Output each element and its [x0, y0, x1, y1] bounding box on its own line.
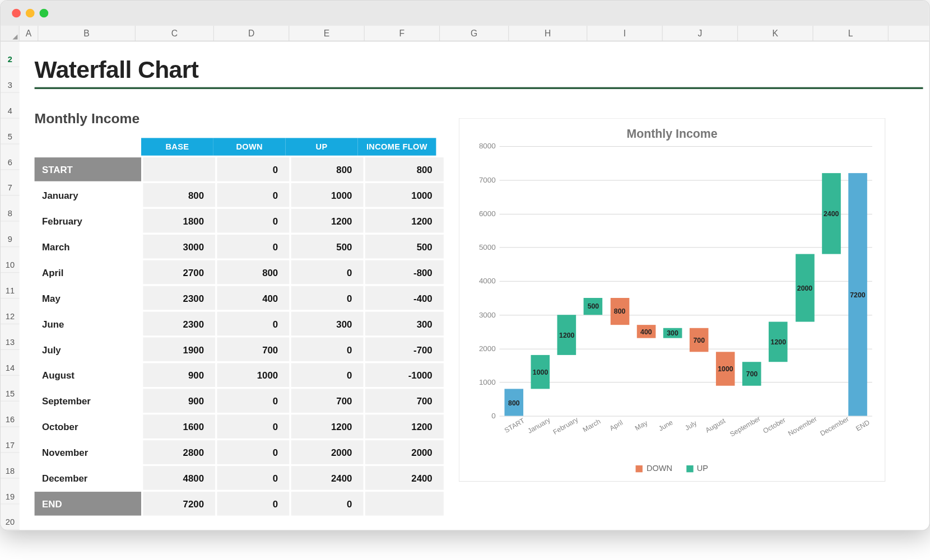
cell-up[interactable]: 700 [291, 389, 364, 413]
cell-up[interactable]: 2000 [291, 440, 364, 464]
cell-base[interactable]: 1600 [143, 414, 215, 438]
row-5[interactable]: 5 [1, 119, 20, 144]
cell-down[interactable]: 0 [217, 492, 290, 516]
row-label[interactable]: September [35, 389, 141, 413]
row-label[interactable]: January [35, 183, 141, 207]
cell-base[interactable]: 7200 [143, 492, 215, 516]
row-7[interactable]: 7 [1, 170, 20, 196]
col-K[interactable]: K [738, 26, 813, 41]
row-label[interactable]: April [35, 260, 141, 284]
row-label[interactable]: March [35, 235, 141, 259]
cell-base[interactable]: 900 [143, 363, 215, 387]
row-18[interactable]: 18 [1, 453, 20, 479]
col-E[interactable]: E [289, 26, 364, 41]
select-all-corner[interactable] [1, 26, 20, 41]
row-label[interactable]: START [35, 157, 141, 181]
cell-down[interactable]: 800 [217, 260, 290, 284]
row-6[interactable]: 6 [1, 144, 20, 170]
cell-flow[interactable]: 2400 [365, 466, 444, 490]
cell-up[interactable]: 0 [291, 338, 364, 362]
maximize-icon[interactable] [40, 9, 49, 18]
close-icon[interactable] [12, 9, 21, 18]
cell-up[interactable]: 800 [291, 157, 364, 181]
cell-flow[interactable]: 2000 [365, 440, 444, 464]
cell-flow[interactable]: 300 [365, 312, 444, 336]
cell-base[interactable]: 4800 [143, 466, 215, 490]
col-J[interactable]: J [663, 26, 738, 41]
cell-up[interactable]: 0 [291, 492, 364, 516]
cell-down[interactable]: 0 [217, 312, 290, 336]
cell-base[interactable]: 900 [143, 389, 215, 413]
cell-up[interactable]: 1200 [291, 209, 364, 233]
row-3[interactable]: 3 [1, 67, 20, 93]
col-F[interactable]: F [365, 26, 440, 41]
cell-base[interactable]: 2300 [143, 286, 215, 310]
cell-up[interactable]: 0 [291, 286, 364, 310]
cell-base[interactable]: 3000 [143, 235, 215, 259]
cell-flow[interactable]: -700 [365, 338, 444, 362]
row-label[interactable]: October [35, 414, 141, 438]
row-11[interactable]: 11 [1, 273, 20, 298]
cell-down[interactable]: 1000 [217, 363, 290, 387]
col-B[interactable]: B [38, 26, 136, 41]
col-L[interactable]: L [813, 26, 889, 41]
cell-up[interactable]: 300 [291, 312, 364, 336]
cell-flow[interactable]: -1000 [365, 363, 444, 387]
row-12[interactable]: 12 [1, 298, 20, 324]
row-2[interactable]: 2 [1, 41, 20, 67]
row-13[interactable]: 13 [1, 324, 20, 350]
row-label[interactable]: February [35, 209, 141, 233]
cell-base[interactable]: 1900 [143, 338, 215, 362]
cell-down[interactable]: 700 [217, 338, 290, 362]
cell-flow[interactable]: 700 [365, 389, 444, 413]
col-D[interactable]: D [214, 26, 289, 41]
cell-down[interactable]: 0 [217, 389, 290, 413]
cell-down[interactable]: 0 [217, 235, 290, 259]
cell-base[interactable]: 2800 [143, 440, 215, 464]
row-4[interactable]: 4 [1, 93, 20, 119]
row-10[interactable]: 10 [1, 247, 20, 273]
row-20[interactable]: 20 [1, 504, 20, 530]
cell-down[interactable]: 0 [217, 183, 290, 207]
cell-flow[interactable] [365, 492, 444, 516]
row-label[interactable]: August [35, 363, 141, 387]
col-C[interactable]: C [136, 26, 214, 41]
cell-flow[interactable]: -800 [365, 260, 444, 284]
cell-flow[interactable]: 1200 [365, 414, 444, 438]
row-label[interactable]: July [35, 338, 141, 362]
row-label[interactable]: END [35, 492, 141, 516]
row-label[interactable]: December [35, 466, 141, 490]
cell-base[interactable]: 800 [143, 183, 215, 207]
row-label[interactable]: November [35, 440, 141, 464]
cell-down[interactable]: 0 [217, 414, 290, 438]
cell-base[interactable]: 2700 [143, 260, 215, 284]
spreadsheet-grid[interactable]: A B C D E F G H I J K L 2345678910111213… [1, 26, 929, 530]
cell-down[interactable]: 0 [217, 466, 290, 490]
col-A[interactable]: A [20, 26, 39, 41]
row-15[interactable]: 15 [1, 376, 20, 402]
cell-flow[interactable]: 500 [365, 235, 444, 259]
col-H[interactable]: H [509, 26, 587, 41]
cell-down[interactable]: 0 [217, 209, 290, 233]
cell-flow[interactable]: 1000 [365, 183, 444, 207]
row-16[interactable]: 16 [1, 402, 20, 427]
cell-up[interactable]: 1200 [291, 414, 364, 438]
cell-up[interactable]: 0 [291, 260, 364, 284]
cell-down[interactable]: 0 [217, 157, 290, 181]
minimize-icon[interactable] [26, 9, 35, 18]
cell-flow[interactable]: 800 [365, 157, 444, 181]
cell-base[interactable]: 2300 [143, 312, 215, 336]
row-17[interactable]: 17 [1, 427, 20, 453]
col-I[interactable]: I [587, 26, 662, 41]
row-label[interactable]: June [35, 312, 141, 336]
cell-base[interactable]: 1800 [143, 209, 215, 233]
row-19[interactable]: 19 [1, 479, 20, 505]
cell-flow[interactable]: 1200 [365, 209, 444, 233]
cell-flow[interactable]: -400 [365, 286, 444, 310]
row-8[interactable]: 8 [1, 195, 20, 221]
cell-up[interactable]: 500 [291, 235, 364, 259]
col-G[interactable]: G [440, 26, 509, 41]
row-9[interactable]: 9 [1, 221, 20, 247]
cell-up[interactable]: 1000 [291, 183, 364, 207]
cell-down[interactable]: 400 [217, 286, 290, 310]
